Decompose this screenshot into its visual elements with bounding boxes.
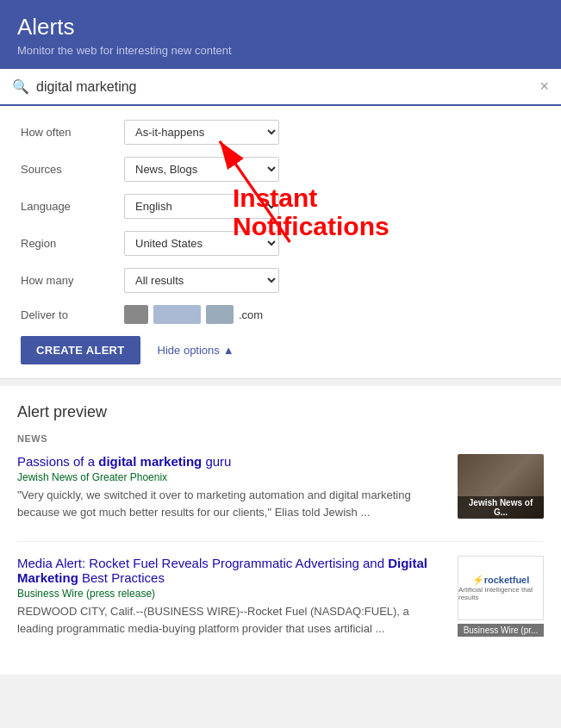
page-title: Alerts	[17, 14, 544, 40]
region-label: Region	[21, 237, 124, 250]
news-thumb-1: Jewish News of G...	[458, 454, 544, 520]
language-row: Language English Spanish French	[21, 194, 540, 219]
news-title-1[interactable]: Passions of a digital marketing guru	[17, 454, 446, 469]
news-title-before-1: Passions of a	[17, 454, 98, 469]
deliver-to-row: Deliver to .com	[21, 305, 540, 324]
create-alert-button[interactable]: CREATE ALERT	[21, 336, 140, 364]
email-field[interactable]: .com	[124, 305, 263, 324]
news-link-1[interactable]: Passions of a digital marketing guru	[17, 454, 231, 469]
how-often-select[interactable]: As-it-happens At most once a day At most…	[124, 120, 279, 145]
news-title-2[interactable]: Media Alert: Rocket Fuel Reveals Program…	[17, 556, 446, 585]
news-content-1: Passions of a digital marketing guru Jew…	[17, 454, 446, 520]
language-label: Language	[21, 200, 124, 213]
rocketfuel-logo-sub: Artificial Intelligence that results	[458, 586, 543, 601]
how-many-label: How many	[21, 274, 124, 287]
region-select[interactable]: United States Any Region	[124, 231, 279, 256]
alert-preview-title: Alert preview	[17, 403, 544, 421]
page-subtitle: Monitor the web for interesting new cont…	[17, 44, 544, 57]
thumb-caption-2: Business Wire (pr...	[458, 624, 544, 637]
region-row: Region United States Any Region	[21, 231, 540, 256]
how-often-label: How often	[21, 126, 124, 139]
news-link-2[interactable]: Media Alert: Rocket Fuel Reveals Program…	[17, 556, 427, 585]
news-title-bold-1: digital marketing	[98, 454, 202, 469]
search-icon: 🔍	[12, 78, 29, 95]
search-input[interactable]	[36, 79, 539, 95]
how-often-row: How often As-it-happens At most once a d…	[21, 120, 540, 145]
chevron-up-icon: ▲	[223, 344, 234, 357]
how-many-select[interactable]: All results Only the best results	[124, 268, 279, 293]
news-source-2: Business Wire (press release)	[17, 588, 446, 600]
page-header: Alerts Monitor the web for interesting n…	[0, 0, 561, 69]
news-item-1: Passions of a digital marketing guru Jew…	[17, 454, 544, 520]
news-title-before-2: Media Alert: Rocket Fuel Reveals Program…	[17, 556, 388, 570]
news-excerpt-2: REDWOOD CITY, Calif.--(BUSINESS WIRE)--R…	[17, 603, 446, 637]
news-source-1: Jewish News of Greater Phoenix	[17, 471, 446, 483]
search-bar: 🔍 ×	[0, 69, 561, 106]
sources-label: Sources	[21, 163, 124, 176]
sources-select[interactable]: News, Blogs News Blogs Web Video Books D…	[124, 157, 279, 182]
news-excerpt-1: "Very quickly, we switched it over to ma…	[17, 487, 446, 520]
news-image-2: ⚡rocketfuel Artificial Intelligence that…	[458, 556, 544, 620]
how-many-row: How many All results Only the best resul…	[21, 268, 540, 293]
news-item-2: Media Alert: Rocket Fuel Reveals Program…	[17, 556, 544, 637]
news-thumb-2: ⚡rocketfuel Artificial Intelligence that…	[458, 556, 544, 637]
thumb-caption-1: Jewish News of G...	[458, 496, 544, 519]
actions-row: CREATE ALERT Hide options ▲	[21, 336, 540, 364]
news-content-2: Media Alert: Rocket Fuel Reveals Program…	[17, 556, 446, 637]
rocketfuel-logo-text: ⚡rocketfuel	[472, 575, 530, 586]
hide-options-link[interactable]: Hide options ▲	[158, 344, 234, 357]
alert-preview-section: Alert preview NEWS Passions of a digital…	[0, 386, 561, 675]
news-image-1: Jewish News of G...	[458, 454, 544, 519]
language-select[interactable]: English Spanish French	[124, 194, 279, 219]
news-section-label: NEWS	[17, 433, 544, 444]
news-title-after-1: guru	[202, 454, 231, 469]
sources-row: Sources News, Blogs News Blogs Web Video…	[21, 157, 540, 182]
email-block-3	[206, 305, 234, 324]
news-title-after-2: Best Practices	[78, 570, 165, 585]
hide-options-label: Hide options	[158, 344, 220, 357]
divider	[17, 541, 544, 542]
email-suffix: .com	[239, 308, 263, 321]
search-clear-button[interactable]: ×	[539, 78, 549, 96]
options-panel: How often As-it-happens At most once a d…	[0, 106, 561, 379]
deliver-to-label: Deliver to	[21, 308, 124, 321]
email-block-2	[153, 305, 201, 324]
email-block-1	[124, 305, 148, 324]
